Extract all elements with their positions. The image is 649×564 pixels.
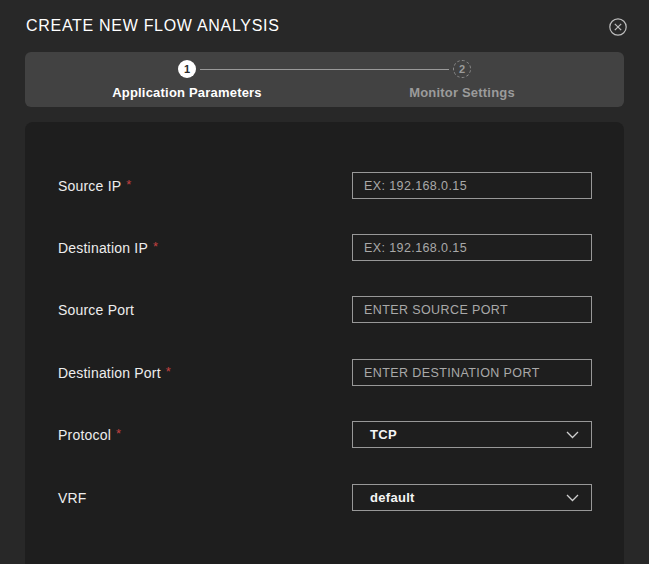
destination-ip-input[interactable] — [352, 234, 592, 261]
step-2-label: Monitor Settings — [409, 85, 515, 100]
create-flow-analysis-dialog: CREATE NEW FLOW ANALYSIS 1 Application P… — [0, 0, 649, 564]
stepper-bar: 1 Application Parameters 2 Monitor Setti… — [25, 52, 624, 107]
field-label-destination-ip: Destination IP* — [58, 240, 158, 256]
form-row-destination-port: Destination Port* — [58, 359, 592, 386]
chevron-down-icon — [566, 431, 579, 439]
close-icon — [607, 16, 629, 38]
field-label-text: Destination IP — [58, 240, 148, 256]
form-row-protocol: Protocol* TCP — [58, 421, 592, 448]
field-label-source-port: Source Port — [58, 302, 134, 318]
protocol-select[interactable]: TCP — [352, 421, 592, 448]
step-2-circle: 2 — [453, 60, 471, 78]
form-row-vrf: VRF default — [58, 484, 592, 511]
source-ip-input[interactable] — [352, 172, 592, 199]
form-row-destination-ip: Destination IP* — [58, 234, 592, 261]
field-label-destination-port: Destination Port* — [58, 365, 171, 381]
step-1-label: Application Parameters — [112, 85, 262, 100]
required-asterisk: * — [153, 239, 158, 254]
vrf-select[interactable]: default — [352, 484, 592, 511]
form-row-source-ip: Source IP* — [58, 172, 592, 199]
field-label-vrf: VRF — [58, 490, 87, 506]
form-card: Source IP* Destination IP* Source Port D… — [25, 122, 624, 564]
field-label-text: Source IP — [58, 178, 121, 194]
required-asterisk: * — [126, 177, 131, 192]
field-label-text: Source Port — [58, 302, 134, 318]
destination-port-input[interactable] — [352, 359, 592, 386]
field-label-protocol: Protocol* — [58, 427, 121, 443]
vrf-selected-value: default — [370, 490, 415, 505]
field-label-text: VRF — [58, 490, 87, 506]
form-row-source-port: Source Port — [58, 296, 592, 323]
field-label-source-ip: Source IP* — [58, 178, 132, 194]
step-1-circle: 1 — [178, 60, 196, 78]
protocol-selected-value: TCP — [370, 427, 397, 442]
field-label-text: Protocol — [58, 427, 111, 443]
required-asterisk: * — [116, 426, 121, 441]
field-label-text: Destination Port — [58, 365, 161, 381]
chevron-down-icon — [566, 494, 579, 502]
stepper-connector — [200, 69, 449, 70]
required-asterisk: * — [166, 364, 171, 379]
close-button[interactable] — [607, 16, 629, 38]
dialog-title: CREATE NEW FLOW ANALYSIS — [26, 17, 280, 35]
source-port-input[interactable] — [352, 296, 592, 323]
